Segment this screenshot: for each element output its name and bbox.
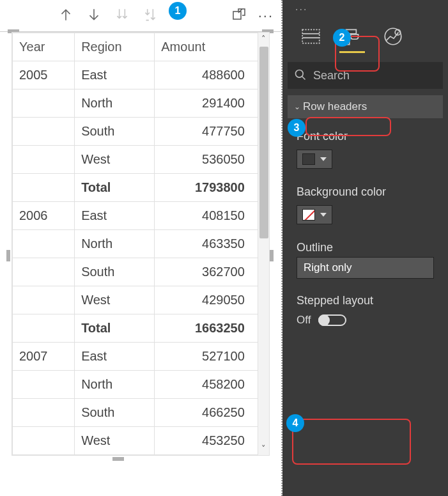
outline-label: Outline bbox=[297, 241, 434, 254]
table-row[interactable]: West429050 bbox=[13, 286, 258, 314]
cell-amount[interactable]: 477750 bbox=[155, 118, 258, 146]
table-row[interactable]: North463350 bbox=[13, 230, 258, 258]
cell-amount[interactable]: 466250 bbox=[155, 399, 258, 427]
drill-up-icon[interactable] bbox=[58, 6, 74, 26]
cell-amount[interactable]: 458200 bbox=[155, 371, 258, 399]
caret-down-icon bbox=[320, 157, 327, 161]
cell-year[interactable] bbox=[13, 146, 75, 174]
svg-rect-0 bbox=[233, 12, 241, 19]
table-row[interactable]: Total1663250 bbox=[13, 314, 258, 343]
cell-amount[interactable]: 291400 bbox=[155, 89, 258, 118]
table-row[interactable]: South362700 bbox=[13, 258, 258, 286]
cell-amount[interactable]: 527100 bbox=[155, 343, 258, 371]
analytics-tab-icon[interactable] bbox=[382, 26, 404, 49]
pane-more-icon[interactable]: ··· bbox=[295, 4, 307, 15]
callout-badge-3: 3 bbox=[288, 119, 305, 137]
cell-amount[interactable]: 536050 bbox=[155, 146, 258, 174]
visual-more-options[interactable]: ··· bbox=[258, 8, 274, 24]
cell-region[interactable]: Total bbox=[75, 314, 155, 343]
table-row[interactable]: South466250 bbox=[13, 399, 258, 427]
cell-region[interactable]: East bbox=[75, 202, 155, 230]
search-input[interactable] bbox=[313, 69, 436, 82]
col-header-amount[interactable]: Amount bbox=[155, 33, 258, 61]
cell-year[interactable] bbox=[13, 314, 75, 343]
cell-year[interactable]: 2007 bbox=[13, 343, 75, 371]
toggle-switch[interactable] bbox=[318, 314, 346, 326]
cell-region[interactable]: West bbox=[75, 146, 155, 174]
cell-region[interactable]: South bbox=[75, 118, 155, 146]
background-color-picker[interactable] bbox=[297, 205, 332, 224]
scroll-down-button[interactable]: ˅ bbox=[258, 442, 269, 455]
table-row[interactable]: Total1793800 bbox=[13, 174, 258, 202]
cell-region[interactable]: North bbox=[75, 89, 155, 118]
svg-rect-1 bbox=[302, 29, 320, 43]
table-row[interactable]: 2006East408150 bbox=[13, 202, 258, 230]
matrix-table[interactable]: Year Region Amount 2005East488600North29… bbox=[12, 33, 258, 455]
scrollbar-vertical[interactable]: ˄ ˅ bbox=[258, 33, 269, 455]
callout-badge-2: 2 bbox=[333, 29, 351, 47]
cell-amount[interactable]: 1663250 bbox=[155, 314, 258, 343]
cell-region[interactable]: West bbox=[75, 286, 155, 314]
active-tab-underline bbox=[339, 51, 365, 53]
cell-year[interactable] bbox=[13, 286, 75, 314]
stepped-layout-toggle[interactable]: Off bbox=[297, 314, 448, 327]
outline-dropdown[interactable]: Right only bbox=[297, 257, 434, 279]
cell-region[interactable]: Total bbox=[75, 174, 155, 202]
stepped-layout-label: Stepped layout bbox=[297, 294, 448, 307]
cell-amount[interactable]: 488600 bbox=[155, 61, 258, 89]
cell-region[interactable]: East bbox=[75, 61, 155, 89]
cell-region[interactable]: South bbox=[75, 258, 155, 286]
font-color-label: Font color bbox=[297, 130, 434, 143]
row-headers-section[interactable]: ⌄ Row headers bbox=[288, 95, 443, 118]
cell-region[interactable]: East bbox=[75, 343, 155, 371]
font-color-picker[interactable] bbox=[297, 150, 332, 169]
col-header-region[interactable]: Region bbox=[75, 33, 155, 61]
cell-year[interactable] bbox=[13, 427, 75, 455]
font-color-swatch bbox=[302, 153, 315, 165]
cell-year[interactable] bbox=[13, 258, 75, 286]
cell-region[interactable]: North bbox=[75, 371, 155, 399]
toggle-value-text: Off bbox=[297, 314, 311, 327]
cell-year[interactable]: 2006 bbox=[13, 202, 75, 230]
cell-amount[interactable]: 362700 bbox=[155, 258, 258, 286]
cell-region[interactable]: West bbox=[75, 427, 155, 455]
background-color-label: Background color bbox=[297, 185, 434, 199]
cell-amount[interactable]: 453250 bbox=[155, 427, 258, 455]
format-search[interactable] bbox=[288, 62, 443, 89]
table-row[interactable]: 2007East527100 bbox=[13, 343, 258, 371]
cell-region[interactable]: North bbox=[75, 230, 155, 258]
cell-amount[interactable]: 429050 bbox=[155, 286, 258, 314]
cell-amount[interactable]: 463350 bbox=[155, 230, 258, 258]
table-row[interactable]: West536050 bbox=[13, 146, 258, 174]
background-color-swatch bbox=[302, 209, 315, 221]
format-pane: ··· ⌄ Row headers Font color Background … bbox=[282, 0, 448, 496]
table-row[interactable]: South477750 bbox=[13, 118, 258, 146]
drill-down-icon[interactable] bbox=[86, 6, 102, 26]
cell-amount[interactable]: 1793800 bbox=[155, 174, 258, 202]
cell-year[interactable] bbox=[13, 118, 75, 146]
table-row[interactable]: 2005East488600 bbox=[13, 61, 258, 89]
expand-next-level-icon[interactable] bbox=[142, 6, 158, 26]
cell-year[interactable] bbox=[13, 230, 75, 258]
table-row[interactable]: North458200 bbox=[13, 371, 258, 399]
callout-badge-1: 1 bbox=[169, 2, 187, 20]
cell-amount[interactable]: 408150 bbox=[155, 202, 258, 230]
scroll-thumb[interactable] bbox=[259, 47, 268, 238]
focus-mode-icon[interactable] bbox=[231, 7, 247, 25]
table-row[interactable]: North291400 bbox=[13, 89, 258, 118]
cell-region[interactable]: South bbox=[75, 399, 155, 427]
scroll-up-button[interactable]: ˄ bbox=[258, 33, 269, 45]
expand-all-down-icon[interactable] bbox=[114, 6, 130, 26]
fields-tab-icon[interactable] bbox=[300, 26, 322, 49]
col-header-year[interactable]: Year bbox=[13, 33, 75, 61]
visual-canvas: ··· Year Region Amount 2005East488600Nor… bbox=[0, 0, 282, 496]
matrix-visual: Year Region Amount 2005East488600North29… bbox=[0, 32, 281, 467]
cell-year[interactable] bbox=[13, 399, 75, 427]
format-tab-strip bbox=[282, 19, 448, 49]
cell-year[interactable] bbox=[13, 89, 75, 118]
cell-year[interactable] bbox=[13, 174, 75, 202]
table-row[interactable]: West453250 bbox=[13, 427, 258, 455]
cell-year[interactable] bbox=[13, 371, 75, 399]
caret-down-icon bbox=[320, 213, 327, 217]
cell-year[interactable]: 2005 bbox=[13, 61, 75, 89]
